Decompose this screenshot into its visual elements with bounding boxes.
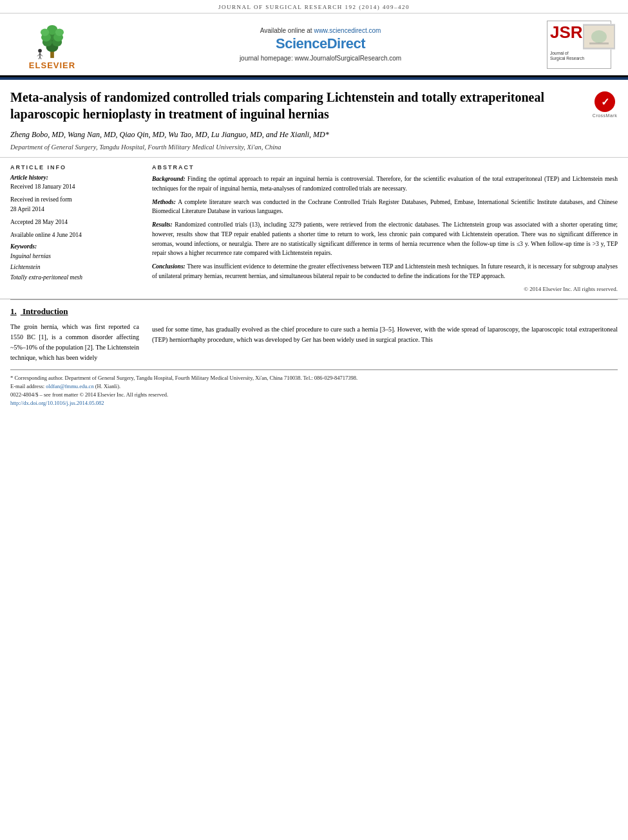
introduction-section: 1. Introduction The groin hernia, which … bbox=[0, 300, 628, 363]
crossmark-icon: ✓ bbox=[595, 91, 615, 112]
intro-left-text: The groin hernia, which was first report… bbox=[10, 322, 139, 363]
crossmark-label: CrossMark bbox=[593, 113, 617, 118]
email-person: (H. Xianli). bbox=[95, 383, 120, 389]
accepted-date: Accepted 28 May 2014 bbox=[10, 218, 139, 227]
conclusions-text: There was insufficient evidence to deter… bbox=[152, 263, 618, 279]
abstract-conclusions: Conclusions: There was insufficient evid… bbox=[152, 262, 618, 281]
received-date: Received 18 January 2014 bbox=[10, 182, 139, 191]
jsr-logo: JSR Journal ofSurgical Research bbox=[547, 21, 611, 69]
conclusions-label: Conclusions: bbox=[152, 263, 186, 270]
article-info: ARTICLE INFO Article history: Received 1… bbox=[10, 164, 139, 292]
authors: Zheng Bobo, MD, Wang Nan, MD, Qiao Qin, … bbox=[10, 129, 585, 141]
email-line: E-mail address: oldfan@fmmu.edu.cn (H. X… bbox=[10, 382, 618, 391]
footnote-area: * Corresponding author. Department of Ge… bbox=[10, 369, 618, 412]
methods-text: A complete literature search was conduct… bbox=[152, 199, 618, 215]
abstract-heading: ABSTRACT bbox=[152, 164, 618, 171]
elsevier-logo-area: ELSEVIER bbox=[10, 19, 100, 70]
journal-center-info: Available online at www.sciencedirect.co… bbox=[107, 27, 534, 62]
abstract-section: ABSTRACT Background: Finding the optimal… bbox=[152, 164, 618, 292]
svg-point-9 bbox=[41, 29, 49, 36]
abstract-methods: Methods: A complete literature search wa… bbox=[152, 198, 618, 216]
page-header: ELSEVIER Available online at www.science… bbox=[0, 14, 628, 77]
jsr-logo-area: JSR Journal ofSurgical Research bbox=[540, 21, 618, 69]
background-label: Background: bbox=[152, 176, 186, 182]
available-online-text: Available online at www.sciencedirect.co… bbox=[107, 27, 534, 34]
svg-point-10 bbox=[55, 29, 64, 36]
section-title: 1. Introduction bbox=[10, 306, 139, 317]
intro-right-text: used for some time, has gradually evolve… bbox=[152, 324, 618, 345]
elsevier-wordmark: ELSEVIER bbox=[29, 61, 75, 70]
crossmark-area: ✓ CrossMark bbox=[592, 91, 618, 118]
keyword-1: Inguinal hernias bbox=[10, 251, 139, 261]
doi-line: http://dx.doi.org/10.1016/j.jss.2014.05.… bbox=[10, 399, 618, 407]
available-date: Available online 4 June 2014 bbox=[10, 230, 139, 239]
title-text-area: Meta-analysis of randomized controlled t… bbox=[10, 89, 585, 153]
section-number: 1. bbox=[10, 306, 17, 316]
title-section: Meta-analysis of randomized controlled t… bbox=[0, 80, 628, 158]
sciencedirect-logo: ScienceDirect bbox=[107, 35, 534, 52]
email-link[interactable]: oldfan@fmmu.edu.cn bbox=[46, 383, 93, 389]
keywords-list: Inguinal hernias Lichtenstein Totally ex… bbox=[10, 251, 139, 282]
abstract-results: Results: Randomized controlled trials (1… bbox=[152, 220, 618, 258]
issn-line: 0022-4804/$ – see front matter © 2014 El… bbox=[10, 391, 618, 399]
abstract-background: Background: Finding the optimal approach… bbox=[152, 174, 618, 193]
elsevier-tree-icon bbox=[33, 24, 71, 59]
results-label: Results: bbox=[152, 221, 173, 228]
journal-homepage-url: journal homepage: www.JournalofSurgicalR… bbox=[107, 55, 534, 62]
results-text: Randomized controlled trials (13), inclu… bbox=[152, 221, 618, 256]
doi-link[interactable]: http://dx.doi.org/10.1016/j.jss.2014.05.… bbox=[10, 400, 104, 406]
article-title: Meta-analysis of randomized controlled t… bbox=[10, 89, 585, 122]
svg-point-19 bbox=[591, 30, 607, 43]
sciencedirect-link[interactable]: www.sciencedirect.com bbox=[314, 27, 381, 34]
email-label: E-mail address: bbox=[10, 383, 44, 389]
jsr-subtitle: Journal ofSurgical Research bbox=[550, 51, 608, 62]
received-revised-date: Received in revised form 28 April 2014 bbox=[10, 195, 139, 214]
section-title-text: Introduction bbox=[23, 306, 68, 316]
corresponding-author: * Corresponding author. Department of Ge… bbox=[10, 374, 618, 382]
svg-point-11 bbox=[38, 49, 42, 53]
journal-bar: JOURNAL OF SURGICAL RESEARCH 192 (2014) … bbox=[0, 0, 628, 14]
intro-right-column: used for some time, has gradually evolve… bbox=[152, 306, 618, 363]
svg-line-15 bbox=[39, 57, 40, 59]
copyright-line: © 2014 Elsevier Inc. All rights reserved… bbox=[152, 286, 618, 292]
intro-left-column: 1. Introduction The groin hernia, which … bbox=[10, 306, 139, 363]
methods-label: Methods: bbox=[152, 199, 176, 205]
journal-bar-text: JOURNAL OF SURGICAL RESEARCH 192 (2014) … bbox=[218, 4, 410, 10]
history-label: Article history: bbox=[10, 174, 139, 181]
jsr-letters: JSR bbox=[550, 24, 583, 41]
content-section: ARTICLE INFO Article history: Received 1… bbox=[0, 158, 628, 299]
svg-line-16 bbox=[40, 57, 41, 59]
article-info-heading: ARTICLE INFO bbox=[10, 164, 139, 171]
keywords-label: Keywords: bbox=[10, 243, 139, 250]
keyword-3: Totally extra-peritoneal mesh bbox=[10, 272, 139, 283]
background-text: Finding the optimal approach to repair a… bbox=[152, 176, 618, 192]
svg-rect-20 bbox=[589, 42, 609, 44]
jsr-thumbnail bbox=[583, 24, 615, 50]
affiliation: Department of General Surgery, Tangdu Ho… bbox=[10, 144, 585, 151]
keyword-2: Lichtenstein bbox=[10, 262, 139, 272]
